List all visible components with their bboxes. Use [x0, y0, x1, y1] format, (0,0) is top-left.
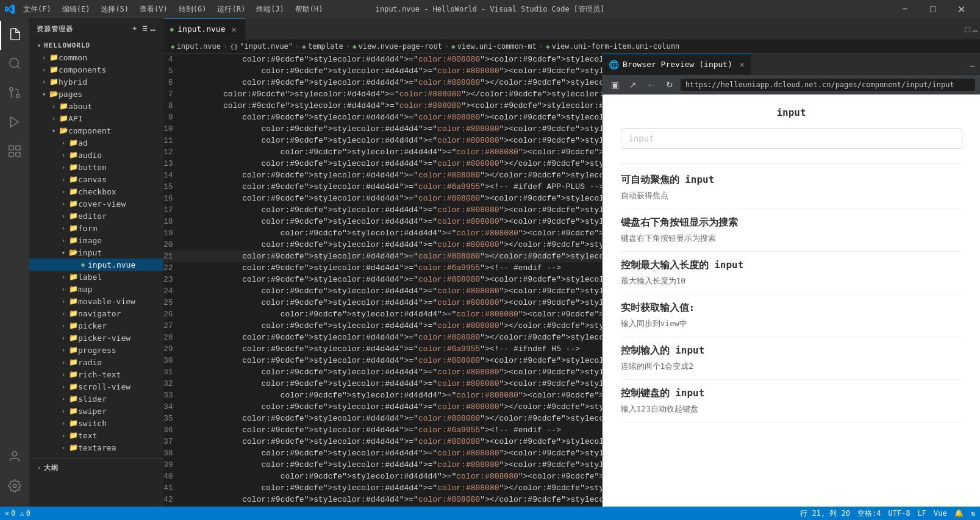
- minimize-button[interactable]: −: [891, 0, 919, 18]
- refresh-icon[interactable]: …: [151, 23, 156, 34]
- tree-item-components[interactable]: › 📁 components: [29, 63, 163, 76]
- tree-item-switch[interactable]: › 📁 switch: [29, 417, 163, 429]
- tree-item-cover-view[interactable]: › 📁 cover-view: [29, 198, 163, 210]
- close-button[interactable]: ✕: [947, 0, 975, 18]
- preview-tab[interactable]: 🌐 Browser Preview (input) ✕: [603, 54, 751, 74]
- tree-item-api[interactable]: › 📁 API: [29, 112, 163, 124]
- breadcrumb-item-4[interactable]: ◈ view.uni-common-mt: [451, 42, 537, 51]
- menu-file[interactable]: 文件(F): [18, 3, 56, 16]
- tree-item-label[interactable]: › 📁 label: [29, 271, 163, 283]
- activity-settings[interactable]: [0, 472, 29, 502]
- menu-select[interactable]: 选择(S): [96, 3, 134, 16]
- sidebar-content[interactable]: ▾ HELLOWORLD › 📁 common › 📁 components ›…: [29, 39, 163, 507]
- tree-item-input[interactable]: ▾ 📂 input: [29, 246, 163, 258]
- menu-run[interactable]: 运行(R): [212, 3, 250, 16]
- activity-extensions[interactable]: [0, 138, 29, 167]
- line-content: color:#9cdcfe">stylecolor:#d4d4d4">="col…: [183, 181, 602, 193]
- status-line-col[interactable]: 行 21, 列 20: [800, 508, 850, 519]
- more-actions-icon[interactable]: …: [973, 24, 978, 34]
- breadcrumb-item-3[interactable]: ◈ view.nvue-page-root: [352, 42, 442, 51]
- tree-item-component[interactable]: ▾ 📂 component: [29, 124, 163, 137]
- tree-item-common[interactable]: › 📁 common: [29, 51, 163, 63]
- tree-item-editor[interactable]: › 📁 editor: [29, 210, 163, 222]
- status-sync[interactable]: ⇅: [971, 508, 975, 519]
- preview-back-icon[interactable]: ←: [644, 77, 659, 92]
- tree-item-form[interactable]: › 📁 form: [29, 222, 163, 234]
- title-bar-menu[interactable]: 文件(F) 编辑(E) 选择(S) 查看(V) 转到(G) 运行(R) 终端(J…: [18, 3, 328, 16]
- tree-item-map[interactable]: › 📁 map: [29, 283, 163, 295]
- tree-item-about[interactable]: › 📁 about: [29, 100, 163, 112]
- status-spaces[interactable]: 空格:4: [857, 508, 881, 519]
- activity-search[interactable]: [0, 50, 29, 79]
- outline-header[interactable]: › 大纲: [29, 461, 163, 474]
- tree-root[interactable]: ▾ HELLOWORLD: [29, 39, 163, 51]
- tab-bar-actions[interactable]: □ …: [965, 18, 980, 39]
- line-content: color:#9cdcfe">stylecolor:#d4d4d4">="col…: [183, 343, 602, 355]
- tree-item-picker[interactable]: › 📁 picker: [29, 319, 163, 332]
- breadcrumb-item-1[interactable]: {} "input.nvue": [230, 42, 293, 51]
- breadcrumb-item-5[interactable]: ◈ view.uni-form-item.uni-column: [546, 42, 679, 51]
- tree-item-textarea[interactable]: › 📁 textarea: [29, 441, 163, 454]
- status-encoding[interactable]: UTF-8: [889, 508, 910, 519]
- tree-item-progress[interactable]: › 📁 progress: [29, 344, 163, 356]
- tree-item-swiper[interactable]: › 📁 swiper: [29, 405, 163, 417]
- tab-close-button[interactable]: ✕: [229, 24, 239, 34]
- preview-content[interactable]: input input 可自动聚焦的 input 自动获得焦点 键盘右下角按钮显…: [603, 94, 980, 507]
- new-file-icon[interactable]: ﹢: [131, 23, 140, 34]
- activity-run[interactable]: [0, 109, 29, 138]
- preview-tab-actions[interactable]: …: [970, 54, 980, 74]
- tree-item-canvas[interactable]: › 📁 canvas: [29, 173, 163, 185]
- status-notifications[interactable]: 🔔: [954, 508, 964, 519]
- tree-item-rich-text[interactable]: › 📁 rich-text: [29, 368, 163, 380]
- tree-item-movable-view[interactable]: › 📁 movable-view: [29, 295, 163, 307]
- line-content: color:#9cdcfe">stylecolor:#d4d4d4">="col…: [183, 100, 602, 112]
- activity-accounts[interactable]: [0, 443, 29, 472]
- tree-item-scroll-view[interactable]: › 📁 scroll-view: [29, 380, 163, 393]
- tree-item-input-nvue[interactable]: › ◈ input.nvue: [29, 258, 163, 271]
- menu-edit[interactable]: 编辑(E): [57, 3, 95, 16]
- preview-input-field[interactable]: input: [621, 128, 962, 149]
- tree-item-slider[interactable]: › 📁 slider: [29, 393, 163, 405]
- menu-view[interactable]: 查看(V): [135, 3, 173, 16]
- tree-item-ad[interactable]: › 📁 ad: [29, 137, 163, 149]
- breadcrumb-item-0[interactable]: ◈ input.nvue: [171, 42, 221, 51]
- preview-open-external-icon[interactable]: ↗: [626, 77, 640, 92]
- tab-input-nvue[interactable]: ◈ input.nvue ✕: [163, 18, 246, 39]
- status-language[interactable]: Vue: [934, 508, 947, 519]
- window-controls[interactable]: − □ ✕: [891, 0, 975, 18]
- preview-refresh-icon[interactable]: ↻: [662, 77, 677, 92]
- tree-item-audio[interactable]: › 📁 audio: [29, 149, 163, 161]
- tree-item-radio[interactable]: › 📁 radio: [29, 356, 163, 368]
- tree-item-navigator[interactable]: › 📁 navigator: [29, 307, 163, 319]
- maximize-button[interactable]: □: [919, 0, 947, 18]
- menu-goto[interactable]: 转到(G): [174, 3, 212, 16]
- preview-toggle-icon[interactable]: ▣: [607, 77, 622, 92]
- tree-label-input-nvue: input.nvue: [88, 260, 135, 269]
- tree-item-hybrid[interactable]: › 📁 hybrid: [29, 76, 163, 88]
- menu-help[interactable]: 帮助(H): [290, 3, 328, 16]
- breadcrumb-label-1: "input.nvue": [240, 42, 293, 51]
- activity-explorer[interactable]: [0, 21, 29, 50]
- status-line-ending[interactable]: LF: [918, 508, 926, 519]
- preview-section-2: 控制最大输入长度的 input 最大输入长度为10: [621, 252, 962, 294]
- code-editor[interactable]: 4 color:#9cdcfe">stylecolor:#d4d4d4">="c…: [163, 54, 602, 507]
- tree-item-text[interactable]: › 📁 text: [29, 429, 163, 441]
- tree-item-button[interactable]: › 📁 button: [29, 161, 163, 173]
- breadcrumb-item-2[interactable]: ◈ template: [302, 42, 343, 51]
- menu-terminal[interactable]: 终端(J): [251, 3, 289, 16]
- new-folder-icon[interactable]: ≡: [142, 23, 148, 34]
- tree-item-checkbox[interactable]: › 📁 checkbox: [29, 185, 163, 198]
- sidebar-header-actions[interactable]: ﹢ ≡ …: [131, 23, 156, 34]
- activity-source-control[interactable]: [0, 79, 29, 109]
- split-editor-icon[interactable]: □: [965, 24, 970, 34]
- chevron-right-icon: ›: [34, 463, 44, 472]
- preview-tab-close[interactable]: ✕: [740, 60, 745, 69]
- tree-item-pages[interactable]: ▾ 📂 pages: [29, 88, 163, 100]
- preview-more-icon[interactable]: …: [970, 59, 975, 69]
- tree-item-image[interactable]: › 📁 image: [29, 234, 163, 246]
- tree-label-cover-view: cover-view: [78, 199, 126, 208]
- error-badge[interactable]: ✕ 0 ⚠ 0: [5, 509, 30, 518]
- preview-url-input[interactable]: [681, 79, 975, 91]
- line-number: 32: [163, 378, 183, 390]
- tree-item-picker-view[interactable]: › 📁 picker-view: [29, 332, 163, 344]
